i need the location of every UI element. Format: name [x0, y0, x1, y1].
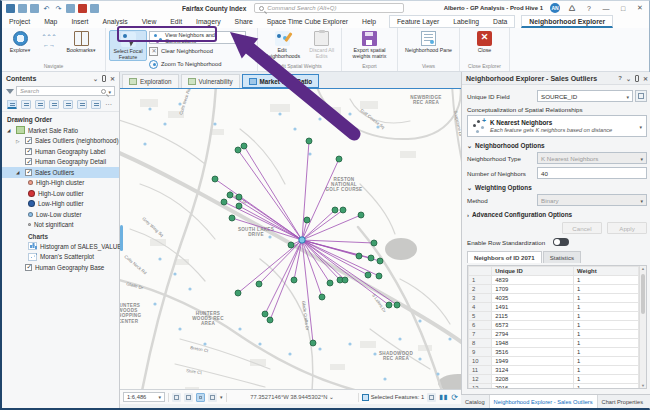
scale-dropdown[interactable]: 1:6,486 [123, 392, 165, 402]
weighting-options-section[interactable]: Weighting Options [467, 184, 647, 191]
open-project-icon[interactable] [18, 4, 27, 13]
add-bookmark-icon[interactable] [172, 393, 181, 402]
ribbon-tab-contextual[interactable]: Labeling [446, 16, 486, 27]
close-explorer-button[interactable]: Close [470, 30, 500, 53]
layer-tree-item[interactable]: Sales Outliers [2, 167, 119, 178]
neighborhood-pane-button[interactable]: Neighborhood Pane [402, 30, 456, 53]
zoom-to-neighborhood-button[interactable]: Zoom To Neighborhood [149, 58, 246, 70]
view-tab[interactable]: Vulnerability [181, 74, 240, 88]
map-icon[interactable] [66, 4, 75, 13]
map-tree-item[interactable]: Market Sale Ratio [2, 125, 119, 136]
command-search-input[interactable]: Command Search (Alt+Q) [254, 3, 404, 13]
snapping-icon[interactable] [184, 393, 193, 402]
layer-checkbox[interactable] [25, 169, 32, 176]
table-row[interactable]: 12 3208 1 [469, 375, 639, 384]
clear-neighborhood-button[interactable]: Clear Neighborhood [149, 45, 246, 57]
advanced-configuration-section[interactable]: Advanced Configuration Options [467, 211, 647, 218]
avatar[interactable]: AN [550, 3, 560, 13]
filter-icon[interactable] [6, 89, 14, 94]
base-layer-tree-item[interactable]: Human Geography Base [2, 262, 119, 273]
dock-tab[interactable]: Neighborhood Explorer - Sales Outliers [489, 395, 598, 408]
neighbors-table[interactable]: Unique IDWeight 1 4839 1 2 1709 [467, 265, 647, 389]
ribbon-tab[interactable]: View [135, 15, 164, 28]
maximize-button[interactable]: □ [618, 5, 628, 12]
layer-checkbox[interactable] [25, 264, 32, 271]
pin-icon[interactable] [635, 75, 639, 82]
pin-icon[interactable] [102, 75, 106, 82]
geoprocessing-icon[interactable] [90, 4, 99, 13]
undo-icon[interactable]: ↶ [42, 4, 51, 13]
ribbon-tab[interactable]: Edit [163, 15, 189, 28]
ribbon-tab[interactable]: Map [37, 15, 64, 28]
table-row[interactable]: 6 6573 1 [469, 321, 639, 330]
chart-tree-item[interactable]: Moran's Scatterplot [2, 252, 119, 263]
extent-icon[interactable] [427, 393, 436, 402]
ribbon-tab[interactable]: Insert [64, 15, 95, 28]
view-tab[interactable]: Market Sale Ratio [242, 74, 320, 88]
new-project-icon[interactable] [30, 4, 39, 13]
bookmarks-button[interactable]: Bookmarks [63, 30, 99, 54]
ribbon-tab[interactable]: Project [2, 15, 37, 28]
table-row[interactable]: 4 1491 1 [469, 303, 639, 312]
selected-features-status[interactable]: Selected Features: 1 [362, 394, 425, 401]
minimize-button[interactable]: — [601, 5, 611, 12]
chevron-down-icon[interactable]: ⌄ [626, 75, 631, 82]
layer-checkbox[interactable] [25, 158, 32, 165]
table-scrollbar[interactable] [639, 266, 646, 388]
layer-checkbox[interactable] [25, 148, 32, 155]
dock-tab[interactable]: Catalog [461, 395, 489, 408]
select-focal-feature-button[interactable]: Select Focal Feature [109, 30, 147, 61]
edit-neighborhoods-button[interactable]: Edit Neighborhoods [261, 30, 303, 59]
navigate-arrows[interactable]: ⌃⌃⌃←→ [37, 30, 61, 48]
conceptualization-dropdown[interactable]: K Nearest Neighbors Each feature gets K … [467, 115, 647, 137]
layer-checkbox[interactable] [25, 137, 32, 144]
notifications-icon[interactable]: 🛆 [567, 5, 577, 12]
row-standardization-toggle[interactable] [553, 238, 569, 246]
refresh-icon[interactable]: ⟳ [451, 393, 458, 402]
ribbon-tab-neighborhood-explorer[interactable]: Neighborhood Explorer [521, 15, 613, 28]
table-row[interactable]: 3 4035 1 [469, 294, 639, 303]
list-by-labeling-icon[interactable] [77, 100, 87, 109]
ribbon-tab[interactable]: Space Time Cube Explorer [260, 15, 355, 28]
table-row[interactable]: 2 1709 1 [469, 285, 639, 294]
number-of-neighbors-input[interactable]: 40 [537, 167, 647, 179]
expand-icon[interactable] [7, 127, 13, 133]
ribbon-tab-contextual[interactable]: Feature Layer [390, 16, 446, 27]
close-button[interactable]: ✕ [635, 4, 645, 12]
list-by-selection-icon[interactable] [35, 100, 45, 109]
close-pane-icon[interactable]: ✕ [643, 75, 648, 82]
more-options-icon[interactable]: ⋯ [105, 101, 113, 109]
toolbox-icon[interactable] [78, 4, 87, 13]
map-canvas[interactable]: NEWBRIDGEREC AREARESTONNATIONALGOLF COUR… [120, 88, 461, 389]
help-icon[interactable]: ? [584, 5, 594, 12]
table-row[interactable]: 9 3516 1 [469, 348, 639, 357]
field-table-icon[interactable] [635, 90, 647, 102]
list-by-source-icon[interactable] [21, 100, 31, 109]
contents-search-input[interactable]: Search [16, 86, 115, 96]
layer-tree-item[interactable]: Human Geography Detail [2, 157, 119, 168]
table-row[interactable]: 8 1948 1 [469, 339, 639, 348]
expand-icon[interactable] [16, 138, 22, 144]
ribbon-tab-contextual[interactable]: Data [486, 16, 514, 27]
list-by-editing-icon[interactable] [49, 100, 59, 109]
chevron-down-icon[interactable]: ⌄ [93, 75, 98, 82]
neighborhood-options-section[interactable]: Neighborhood Options [467, 142, 647, 149]
tab-statistics[interactable]: Statistics [543, 251, 581, 263]
ribbon-tab[interactable]: Imagery [189, 15, 228, 28]
layer-tree-item[interactable]: Sales Outliers (neighborhood) [2, 136, 119, 147]
chevron-down-icon[interactable] [220, 394, 223, 400]
view-neighbors-dropdown[interactable]: View Neighbors and Connections [149, 31, 246, 44]
table-row[interactable]: 1 4839 1 [469, 276, 639, 285]
crosshair-icon[interactable] [208, 393, 217, 402]
account-label[interactable]: Alberto - GP Analysis - Prod Hive 1 [444, 5, 543, 11]
close-pane-icon[interactable]: ✕ [110, 75, 115, 82]
table-row[interactable]: 11 3124 1 [469, 366, 639, 375]
list-by-snapping-icon[interactable] [63, 100, 73, 109]
pause-drawing-icon[interactable]: ▮▮ [439, 393, 448, 401]
save-icon[interactable] [6, 4, 15, 13]
explore-button[interactable]: Explore [5, 30, 35, 54]
layer-tree-item[interactable]: Human Geography Label [2, 146, 119, 157]
dock-tab[interactable]: Chart Properties [598, 395, 647, 408]
unique-id-field-dropdown[interactable]: SOURCE_ID [537, 90, 633, 102]
table-row[interactable]: 13 2916 1 [469, 384, 639, 390]
